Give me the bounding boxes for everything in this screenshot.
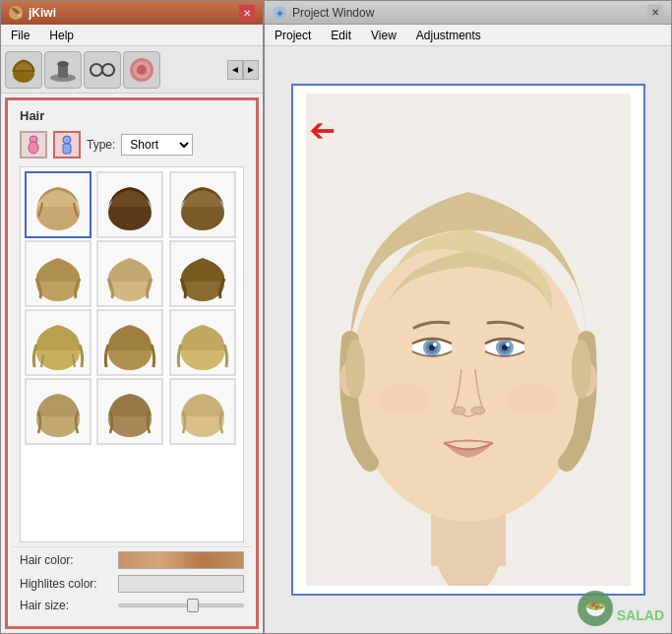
hair-item-6[interactable] <box>169 240 236 307</box>
glasses-tool-icon[interactable] <box>84 51 121 89</box>
highlights-color-row: Highlites color: <box>20 575 244 593</box>
type-label: Type: <box>87 138 115 152</box>
hair-item-7[interactable] <box>25 309 92 376</box>
right-app-icon: ◈ <box>273 6 286 20</box>
menu-edit[interactable]: Edit <box>325 27 357 44</box>
makeup-tool-icon[interactable] <box>123 51 160 89</box>
hair-size-slider-track[interactable] <box>118 603 244 607</box>
svg-rect-15 <box>63 144 71 154</box>
watermark-text: SOFT SALAD <box>617 595 664 622</box>
canvas-frame: ➔ <box>291 84 645 596</box>
hair-item-1[interactable] <box>25 171 92 238</box>
right-title-bar: ◈ Project Window ✕ <box>265 1 671 25</box>
male-gender-button[interactable] <box>53 131 81 158</box>
hair-item-2[interactable] <box>96 171 163 238</box>
svg-point-36 <box>433 343 437 347</box>
svg-point-45 <box>508 384 557 413</box>
svg-point-42 <box>452 407 465 414</box>
right-window-title: Project Window <box>292 6 374 20</box>
left-close-button[interactable]: ✕ <box>239 5 255 21</box>
menu-help[interactable]: Help <box>43 27 80 44</box>
watermark-logo-icon: 🥗 <box>578 591 613 626</box>
hair-color-row: Hair color: <box>20 551 244 569</box>
toolbar-nav: ◄ ► <box>227 60 259 80</box>
svg-point-48 <box>345 340 365 399</box>
hair-color-swatch[interactable] <box>118 551 244 569</box>
svg-point-5 <box>102 64 114 76</box>
svg-point-43 <box>471 407 485 414</box>
highlights-color-swatch[interactable] <box>118 575 244 593</box>
svg-point-49 <box>572 340 591 399</box>
female-gender-button[interactable] <box>20 131 47 158</box>
hair-color-label: Hair color: <box>20 553 118 567</box>
hair-grid <box>21 167 243 449</box>
hair-section-header: Hair <box>12 104 252 127</box>
canvas-area: ➔ <box>265 46 671 633</box>
color-section: Hair color: Highlites color: Hair size: <box>12 546 252 622</box>
type-select[interactable]: Short Long Medium Curly Wavy <box>121 134 193 156</box>
svg-point-4 <box>91 64 102 76</box>
hair-item-8[interactable] <box>96 309 163 376</box>
hair-size-slider-thumb[interactable] <box>187 599 199 612</box>
hair-item-5[interactable] <box>96 240 163 307</box>
watermark-soft: SOFT <box>617 595 664 608</box>
hair-tool-icon[interactable] <box>5 51 42 89</box>
right-menu-bar: Project Edit View Adjustments <box>265 25 671 46</box>
portrait <box>293 86 643 594</box>
hair-item-4[interactable] <box>25 240 92 307</box>
hair-item-3[interactable] <box>169 171 236 238</box>
watermark-salad: SALAD <box>617 608 664 622</box>
left-panel: 🪶 jKiwi ✕ File Help <box>0 0 264 634</box>
menu-view[interactable]: View <box>365 27 402 44</box>
right-close-button[interactable]: ✕ <box>647 5 663 21</box>
watermark: 🥗 SOFT SALAD <box>578 591 664 626</box>
menu-project[interactable]: Project <box>269 27 317 44</box>
highlights-color-label: Highlites color: <box>20 577 118 591</box>
hat-tool-icon[interactable] <box>44 51 82 89</box>
svg-point-44 <box>380 384 429 413</box>
hair-item-12[interactable] <box>169 378 236 445</box>
hair-item-11[interactable] <box>96 378 163 445</box>
controls-row: Type: Short Long Medium Curly Wavy <box>12 127 252 162</box>
left-title-bar: 🪶 jKiwi ✕ <box>1 1 263 25</box>
hair-item-10[interactable] <box>25 378 92 445</box>
right-title-left: ◈ Project Window <box>273 6 374 20</box>
menu-file[interactable]: File <box>5 27 35 44</box>
menu-adjustments[interactable]: Adjustments <box>410 27 487 44</box>
nav-next-button[interactable]: ► <box>243 60 259 80</box>
hair-panel-border: Hair Type: Short Long Medium <box>5 97 259 629</box>
nav-prev-button[interactable]: ◄ <box>227 60 243 80</box>
hair-item-9[interactable] <box>169 309 236 376</box>
hair-size-row: Hair size: <box>20 599 244 612</box>
svg-point-31 <box>350 236 586 522</box>
svg-point-11 <box>137 65 147 75</box>
left-menu-bar: File Help <box>1 25 263 46</box>
right-panel: ◈ Project Window ✕ Project Edit View Adj… <box>264 0 672 634</box>
left-toolbar: ◄ ► <box>1 46 263 94</box>
svg-point-3 <box>57 61 69 67</box>
hair-gallery[interactable] <box>20 166 244 542</box>
svg-point-13 <box>29 142 38 154</box>
title-bar-left: 🪶 jKiwi <box>9 6 56 20</box>
left-window-title: jKiwi <box>29 6 56 20</box>
red-arrow: ➔ <box>309 113 336 151</box>
app-icon: 🪶 <box>9 6 23 20</box>
hair-size-label: Hair size: <box>20 599 118 612</box>
svg-point-41 <box>506 343 510 347</box>
svg-point-14 <box>63 136 71 144</box>
